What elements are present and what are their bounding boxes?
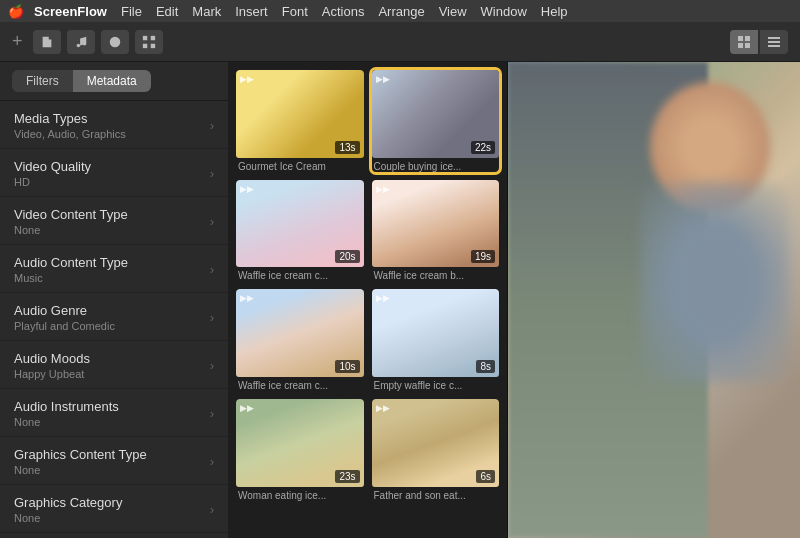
effects-icon-btn[interactable] — [135, 30, 163, 54]
sidebar-item-graphics-orientation[interactable]: Graphics Orientation None › — [0, 533, 228, 538]
menu-mark[interactable]: Mark — [192, 4, 221, 19]
grid-item-7[interactable]: ▶▶ 23s Woman eating ice... — [236, 399, 364, 501]
sidebar-label-audio-instruments: Audio Instruments — [14, 399, 119, 414]
item-label-5: Waffle ice cream c... — [236, 377, 364, 391]
video-icon-7: ▶▶ — [240, 403, 254, 413]
toolbar-left: + — [12, 30, 163, 54]
document-icon-btn[interactable] — [33, 30, 61, 54]
sidebar-item-audio-genre[interactable]: Audio Genre Playful and Comedic › — [0, 293, 228, 341]
grid-item-2[interactable]: ▶▶ 22s Couple buying ice... — [372, 70, 500, 172]
chevron-right-icon: › — [210, 503, 214, 517]
sidebar-label-video-content-type: Video Content Type — [14, 207, 128, 222]
grid-row-2: ▶▶ 20s Waffle ice cream c... ▶▶ 19s Waff… — [236, 180, 499, 282]
menu-window[interactable]: Window — [481, 4, 527, 19]
grid-item-1[interactable]: ▶▶ 13s Gourmet Ice Cream — [236, 70, 364, 172]
chevron-right-icon: › — [210, 263, 214, 277]
svg-rect-13 — [768, 45, 780, 47]
sidebar-item-video-quality[interactable]: Video Quality HD › — [0, 149, 228, 197]
thumbnail-5: ▶▶ 10s — [236, 289, 364, 377]
tab-metadata[interactable]: Metadata — [73, 70, 151, 92]
sidebar-label-graphics-content-type: Graphics Content Type — [14, 447, 147, 462]
sidebar-value-graphics-category: None — [14, 512, 122, 524]
svg-rect-9 — [738, 43, 743, 48]
sidebar-value-video-content-type: None — [14, 224, 128, 236]
video-icon-2: ▶▶ — [376, 74, 390, 84]
svg-rect-11 — [768, 37, 780, 39]
sidebar-item-audio-content-type[interactable]: Audio Content Type Music › — [0, 245, 228, 293]
tab-filters[interactable]: Filters — [12, 70, 73, 92]
svg-rect-3 — [142, 35, 146, 39]
item-label-7: Woman eating ice... — [236, 487, 364, 501]
preview-panel — [508, 62, 800, 538]
add-button[interactable]: + — [12, 31, 23, 52]
sidebar-label-graphics-category: Graphics Category — [14, 495, 122, 510]
menu-insert[interactable]: Insert — [235, 4, 268, 19]
list-view-button[interactable] — [760, 30, 788, 54]
list-view-icon — [767, 35, 781, 49]
sidebar-item-audio-moods[interactable]: Audio Moods Happy Upbeat › — [0, 341, 228, 389]
app-name: ScreenFlow — [34, 4, 107, 19]
duration-4: 19s — [471, 250, 495, 263]
duration-5: 10s — [335, 360, 359, 373]
grid-item-5[interactable]: ▶▶ 10s Waffle ice cream c... — [236, 289, 364, 391]
music-icon-btn[interactable] — [67, 30, 95, 54]
svg-rect-4 — [150, 35, 154, 39]
item-label-4: Waffle ice cream b... — [372, 267, 500, 281]
svg-point-0 — [76, 43, 80, 47]
globe-icon — [108, 35, 122, 49]
content-area: ▶▶ 13s Gourmet Ice Cream ▶▶ 22s Couple b… — [228, 62, 800, 538]
grid-item-8[interactable]: ▶▶ 6s Father and son eat... — [372, 399, 500, 501]
video-icon-5: ▶▶ — [240, 293, 254, 303]
sidebar-value-video-quality: HD — [14, 176, 91, 188]
svg-rect-7 — [738, 36, 743, 41]
grid-item-3[interactable]: ▶▶ 20s Waffle ice cream c... — [236, 180, 364, 282]
thumbnail-8: ▶▶ 6s — [372, 399, 500, 487]
sidebar-item-media-types[interactable]: Media Types Video, Audio, Graphics › — [0, 101, 228, 149]
toolbar-view-toggle — [730, 30, 788, 54]
grid-row-3: ▶▶ 10s Waffle ice cream c... ▶▶ 8s Empty… — [236, 289, 499, 391]
duration-7: 23s — [335, 470, 359, 483]
preview-body — [640, 182, 790, 382]
sidebar-value-graphics-content-type: None — [14, 464, 147, 476]
grid-item-4[interactable]: ▶▶ 19s Waffle ice cream b... — [372, 180, 500, 282]
item-label-2: Couple buying ice... — [372, 158, 500, 172]
menubar-items: File Edit Mark Insert Font Actions Arran… — [121, 4, 568, 19]
music-icon — [74, 35, 88, 49]
menu-arrange[interactable]: Arrange — [378, 4, 424, 19]
menu-font[interactable]: Font — [282, 4, 308, 19]
item-label-8: Father and son eat... — [372, 487, 500, 501]
chevron-right-icon: › — [210, 119, 214, 133]
svg-rect-5 — [142, 43, 146, 47]
sidebar: Filters Metadata Media Types Video, Audi… — [0, 62, 228, 538]
chevron-right-icon: › — [210, 407, 214, 421]
duration-2: 22s — [471, 141, 495, 154]
menu-view[interactable]: View — [439, 4, 467, 19]
preview-image — [508, 62, 800, 538]
grid-row-1: ▶▶ 13s Gourmet Ice Cream ▶▶ 22s Couple b… — [236, 70, 499, 172]
video-icon-6: ▶▶ — [376, 293, 390, 303]
grid-item-6[interactable]: ▶▶ 8s Empty waffle ice c... — [372, 289, 500, 391]
menu-file[interactable]: File — [121, 4, 142, 19]
grid-view-button[interactable] — [730, 30, 758, 54]
video-icon-1: ▶▶ — [240, 74, 254, 84]
thumbnail-4: ▶▶ 19s — [372, 180, 500, 268]
svg-rect-8 — [745, 36, 750, 41]
sidebar-item-graphics-category[interactable]: Graphics Category None › — [0, 485, 228, 533]
menubar: 🍎 ScreenFlow File Edit Mark Insert Font … — [0, 0, 800, 22]
document-icon — [40, 35, 54, 49]
sidebar-item-graphics-content-type[interactable]: Graphics Content Type None › — [0, 437, 228, 485]
menu-help[interactable]: Help — [541, 4, 568, 19]
sidebar-value-audio-instruments: None — [14, 416, 119, 428]
sidebar-item-audio-instruments[interactable]: Audio Instruments None › — [0, 389, 228, 437]
menu-edit[interactable]: Edit — [156, 4, 178, 19]
thumbnail-1: ▶▶ 13s — [236, 70, 364, 158]
thumbnail-3: ▶▶ 20s — [236, 180, 364, 268]
grid-view-icon — [737, 35, 751, 49]
video-icon-3: ▶▶ — [240, 184, 254, 194]
globe-icon-btn[interactable] — [101, 30, 129, 54]
sidebar-value-audio-content-type: Music — [14, 272, 128, 284]
apple-menu[interactable]: 🍎 — [8, 4, 24, 19]
sidebar-item-video-content-type[interactable]: Video Content Type None › — [0, 197, 228, 245]
thumbnail-2: ▶▶ 22s — [372, 70, 500, 158]
menu-actions[interactable]: Actions — [322, 4, 365, 19]
